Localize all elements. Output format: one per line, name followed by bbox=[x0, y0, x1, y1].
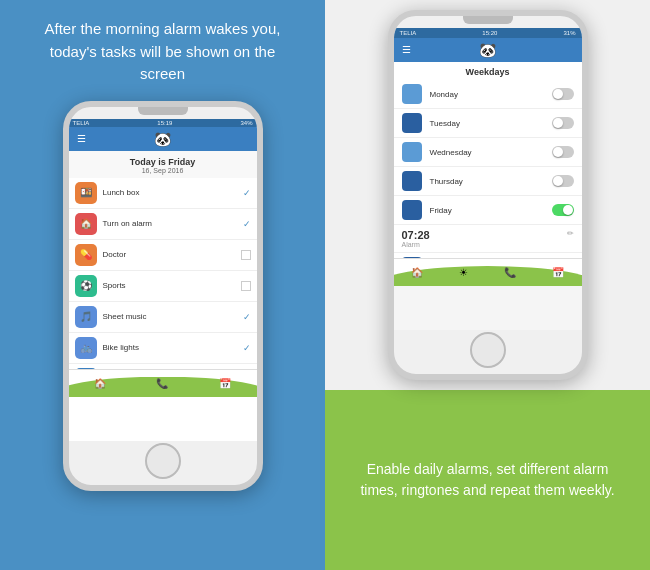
task-icon-lunchbox: 🍱 bbox=[75, 182, 97, 204]
battery-left: 34% bbox=[240, 120, 252, 126]
left-description: After the morning alarm wakes you, today… bbox=[0, 0, 325, 96]
list-item: 🍱 Lunch box ✓ bbox=[69, 178, 257, 209]
task-label: Bike lights bbox=[103, 343, 243, 352]
task-checkbox[interactable] bbox=[241, 250, 251, 260]
toggle-wednesday[interactable] bbox=[552, 146, 574, 158]
list-item: 🎵 Sheet music ✓ bbox=[69, 302, 257, 333]
weekday-color-thursday bbox=[402, 171, 422, 191]
alarm-time: 07:28 bbox=[402, 229, 574, 241]
time-right: 15:20 bbox=[482, 30, 497, 36]
task-label: Lunch box bbox=[103, 188, 243, 197]
status-bar-right: TELIA 15:20 31% bbox=[394, 28, 582, 38]
task-icon-bike: 🚲 bbox=[75, 337, 97, 359]
date-section: Today is Friday 16, Sep 2016 bbox=[69, 151, 257, 178]
app-header-left: ☰ 🐼 bbox=[69, 127, 257, 151]
weekday-thursday: Thursday bbox=[394, 167, 582, 196]
weekday-label-thursday: Thursday bbox=[430, 177, 552, 186]
task-label-sports: Sports bbox=[103, 281, 241, 290]
bottom-nav-left: 🏠 📞 📅 bbox=[69, 369, 257, 397]
task-status: ✓ bbox=[243, 343, 251, 353]
sun-icon-right[interactable]: ☀ bbox=[459, 267, 468, 278]
phone-icon-right[interactable]: 📞 bbox=[504, 267, 516, 278]
toggle-thursday[interactable] bbox=[552, 175, 574, 187]
carrier-left: TELIA bbox=[73, 120, 90, 126]
phone-right: TELIA 15:20 31% ☰ 🐼 Weekdays Monday bbox=[388, 10, 588, 380]
right-bottom-text: Enable daily alarms, set different alarm… bbox=[350, 459, 625, 501]
menu-icon-right[interactable]: ☰ bbox=[402, 45, 411, 55]
list-item: 🚲 Bike lights ✓ bbox=[69, 333, 257, 364]
weekday-label-wednesday: Wednesday bbox=[430, 148, 552, 157]
task-status: ✓ bbox=[243, 219, 251, 229]
weekday-color-friday bbox=[402, 200, 422, 220]
list-item: 💊 Doctor bbox=[69, 240, 257, 271]
task-icon-alarm: 🏠 bbox=[75, 213, 97, 235]
app-logo-left: 🐼 bbox=[154, 131, 171, 147]
toggle-tuesday[interactable] bbox=[552, 117, 574, 129]
right-top: TELIA 15:20 31% ☰ 🐼 Weekdays Monday bbox=[325, 0, 650, 390]
home-icon-right[interactable]: 🏠 bbox=[411, 267, 423, 278]
weekday-tuesday: Tuesday bbox=[394, 109, 582, 138]
phone-screen-right: TELIA 15:20 31% ☰ 🐼 Weekdays Monday bbox=[394, 28, 582, 330]
app-header-right: ☰ 🐼 bbox=[394, 38, 582, 62]
calendar-icon[interactable]: 📅 bbox=[219, 378, 231, 389]
date-subtitle: 16, Sep 2016 bbox=[73, 167, 253, 174]
weekday-label-tuesday: Tuesday bbox=[430, 119, 552, 128]
task-checkbox[interactable] bbox=[241, 281, 251, 291]
alarm-section: ✏ 07:28 Alarm bbox=[394, 225, 582, 253]
menu-icon[interactable]: ☰ bbox=[77, 134, 86, 144]
calendar-icon-right[interactable]: 📅 bbox=[552, 267, 564, 278]
weekday-wednesday: Wednesday bbox=[394, 138, 582, 167]
task-status: ✓ bbox=[243, 188, 251, 198]
task-status: ✓ bbox=[243, 312, 251, 322]
task-list: 🍱 Lunch box ✓ 🏠 Turn on alarm ✓ 💊 Doctor… bbox=[69, 178, 257, 395]
phone-left: TELIA 15:19 34% ☰ 🐼 Today is Friday 16, … bbox=[63, 101, 263, 491]
task-icon-music: 🎵 bbox=[75, 306, 97, 328]
right-bottom: Enable daily alarms, set different alarm… bbox=[325, 390, 650, 570]
task-label: Sheet music bbox=[103, 312, 243, 321]
task-label: Doctor bbox=[103, 250, 241, 259]
right-panel: TELIA 15:20 31% ☰ 🐼 Weekdays Monday bbox=[325, 0, 650, 570]
toggle-monday[interactable] bbox=[552, 88, 574, 100]
home-icon[interactable]: 🏠 bbox=[94, 378, 106, 389]
weekday-friday: Friday bbox=[394, 196, 582, 225]
weekdays-title: Weekdays bbox=[394, 62, 582, 80]
weekday-monday: Monday bbox=[394, 80, 582, 109]
weekday-label-monday: Monday bbox=[430, 90, 552, 99]
date-title: Today is Friday bbox=[73, 157, 253, 167]
carrier-right: TELIA bbox=[400, 30, 417, 36]
weekday-color-tuesday bbox=[402, 113, 422, 133]
left-panel: After the morning alarm wakes you, today… bbox=[0, 0, 325, 570]
list-item: 🏠 Turn on alarm ✓ bbox=[69, 209, 257, 240]
time-left: 15:19 bbox=[157, 120, 172, 126]
list-item: ⚽ Sports bbox=[69, 271, 257, 302]
task-label: Turn on alarm bbox=[103, 219, 243, 228]
phone-icon[interactable]: 📞 bbox=[156, 378, 168, 389]
weekday-color-wednesday bbox=[402, 142, 422, 162]
weekday-color-monday bbox=[402, 84, 422, 104]
app-logo-right: 🐼 bbox=[479, 42, 496, 58]
status-bar-left: TELIA 15:19 34% bbox=[69, 119, 257, 127]
bottom-nav-right: 🏠 ☀ 📞 📅 bbox=[394, 258, 582, 286]
phone-screen-left: TELIA 15:19 34% ☰ 🐼 Today is Friday 16, … bbox=[69, 119, 257, 441]
toggle-friday[interactable] bbox=[552, 204, 574, 216]
alarm-label: Alarm bbox=[402, 241, 574, 248]
battery-right: 31% bbox=[563, 30, 575, 36]
weekday-label-friday: Friday bbox=[430, 206, 552, 215]
task-icon-sports: ⚽ bbox=[75, 275, 97, 297]
task-icon-doctor: 💊 bbox=[75, 244, 97, 266]
alarm-edit-icon[interactable]: ✏ bbox=[567, 229, 574, 238]
